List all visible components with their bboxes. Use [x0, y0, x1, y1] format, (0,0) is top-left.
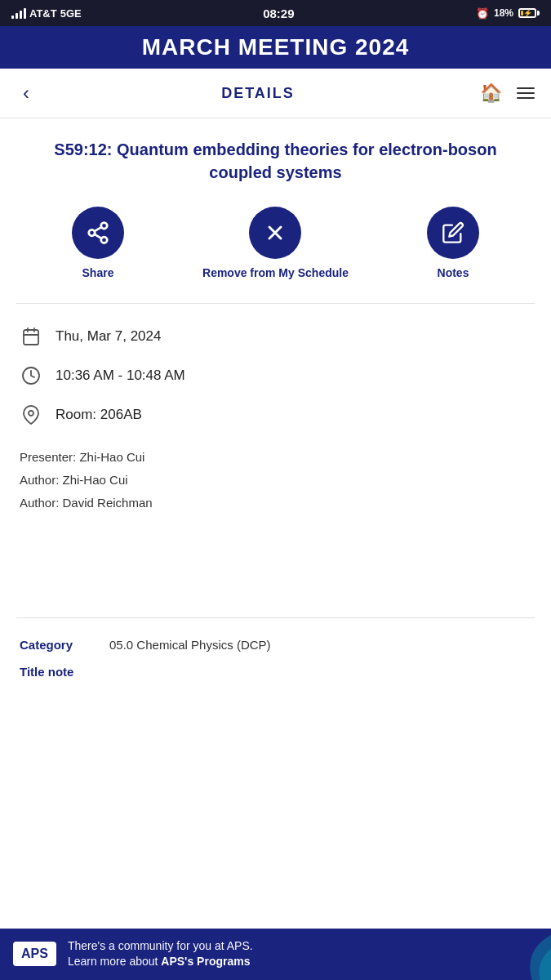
carrier-label: AT&T	[29, 7, 57, 20]
content-area: S59:12: Quantum embedding theories for e…	[0, 118, 551, 698]
category-row: Category 05.0 Chemical Physics (DCP)	[16, 631, 535, 658]
room-row: Room: 206AB	[16, 395, 535, 434]
person-row-2: Author: Zhi-Hao Cui	[20, 470, 531, 490]
share-action[interactable]: Share	[72, 207, 124, 280]
svg-line-4	[95, 227, 102, 231]
session-title: S59:12: Quantum embedding theories for e…	[16, 138, 535, 184]
person-role-3: Author:	[20, 496, 63, 510]
category-label: Category	[20, 638, 93, 652]
share-label: Share	[82, 265, 114, 280]
notes-label: Notes	[438, 265, 469, 280]
category-value: 05.0 Chemical Physics (DCP)	[109, 638, 271, 652]
action-buttons: Share Remove from My Schedule Notes	[16, 207, 535, 280]
aps-banner[interactable]: APS There's a community for you at APS. …	[0, 929, 551, 980]
time-text: 10:36 AM - 10:48 AM	[56, 368, 185, 384]
nav-right: 🏠	[480, 82, 535, 104]
share-icon	[86, 220, 110, 245]
aps-text-link[interactable]: APS's Programs	[161, 955, 250, 968]
remove-label: Remove from My Schedule	[202, 265, 349, 280]
aps-text: There's a community for you at APS. Lear…	[68, 938, 538, 970]
app-header: MARCH MEETING 2024	[0, 26, 551, 69]
date-text: Thu, Mar 7, 2024	[56, 328, 161, 345]
clock-icon	[20, 364, 42, 387]
status-time: 08:29	[263, 7, 294, 20]
home-button[interactable]: 🏠	[480, 82, 502, 104]
room-text: Room: 206AB	[56, 407, 142, 423]
person-name-1: Zhi-Hao Cui	[79, 450, 144, 464]
app-title: MARCH MEETING 2024	[142, 34, 410, 60]
status-left: AT&T 5GE	[11, 7, 82, 20]
person-row-3: Author: David Reichman	[20, 493, 531, 513]
remove-icon	[264, 221, 287, 244]
bottom-section: Category 05.0 Chemical Physics (DCP) Tit…	[16, 617, 535, 682]
divider-1	[16, 303, 535, 304]
signal-bars	[11, 7, 26, 19]
person-role-2: Author:	[20, 473, 63, 487]
status-right: ⏰ 18% ⚡	[476, 7, 540, 20]
date-row: Thu, Mar 7, 2024	[16, 317, 535, 356]
status-bar: AT&T 5GE 08:29 ⏰ 18% ⚡	[0, 0, 551, 26]
menu-button[interactable]	[517, 87, 535, 99]
notes-icon	[442, 221, 464, 244]
location-icon	[20, 403, 42, 426]
aps-text-line1: There's a community for you at APS.	[68, 939, 253, 952]
person-name-3: David Reichman	[63, 496, 153, 510]
network-label: 5GE	[60, 7, 82, 20]
notes-circle	[427, 207, 479, 259]
person-role-1: Presenter:	[20, 450, 79, 464]
aps-text-line2: Learn more about	[68, 955, 161, 968]
svg-point-12	[29, 411, 33, 416]
people-section: Presenter: Zhi-Hao Cui Author: Zhi-Hao C…	[16, 434, 535, 519]
nav-title: DETAILS	[221, 85, 295, 102]
svg-line-3	[95, 234, 102, 238]
remove-circle	[249, 207, 301, 259]
person-row-1: Presenter: Zhi-Hao Cui	[20, 448, 531, 467]
calendar-icon	[20, 325, 42, 348]
battery-icon: ⚡	[518, 8, 540, 18]
back-button[interactable]: ‹	[16, 78, 36, 108]
title-note-label: Title note	[16, 658, 535, 682]
alarm-icon: ⏰	[476, 7, 489, 20]
time-row: 10:36 AM - 10:48 AM	[16, 356, 535, 395]
aps-logo: APS	[13, 942, 56, 966]
svg-rect-7	[24, 330, 38, 345]
nav-bar: ‹ DETAILS 🏠	[0, 69, 551, 118]
notes-action[interactable]: Notes	[427, 207, 479, 280]
remove-action[interactable]: Remove from My Schedule	[202, 207, 349, 280]
battery-percent: 18%	[494, 7, 513, 19]
person-name-2: Zhi-Hao Cui	[63, 473, 128, 487]
share-circle	[72, 207, 124, 259]
aps-curve-decoration	[486, 929, 551, 980]
